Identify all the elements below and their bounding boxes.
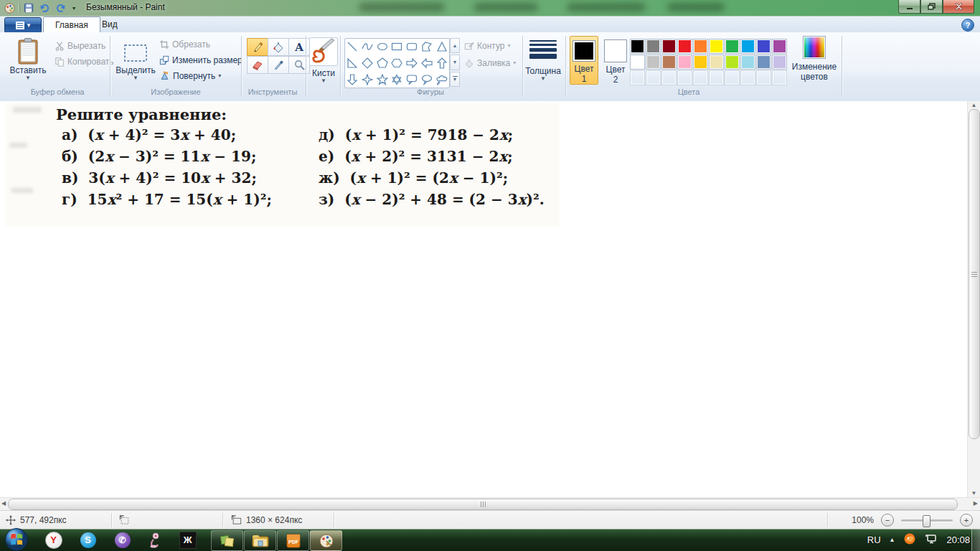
palette-empty-slot-4[interactable] xyxy=(693,70,708,85)
palette-empty-slot-7[interactable] xyxy=(740,70,755,85)
palette-color-2-7[interactable] xyxy=(740,55,755,70)
paint-menu-button[interactable]: ▾ xyxy=(4,17,42,33)
palette-color-1-1[interactable] xyxy=(646,39,661,54)
shape-rounded-rectangle[interactable] xyxy=(405,39,420,55)
palette-color-2-5[interactable] xyxy=(709,55,724,70)
palette-color-2-4[interactable] xyxy=(693,55,708,70)
shape-fill-button[interactable]: Заливка ▾ xyxy=(464,58,516,68)
shape-line[interactable] xyxy=(345,39,360,55)
color2-button[interactable]: Цвет 2 xyxy=(601,36,630,85)
help-icon[interactable]: ? xyxy=(961,19,974,32)
palette-color-1-3[interactable] xyxy=(677,39,692,54)
shape-diamond[interactable] xyxy=(360,55,375,72)
scroll-up-arrow[interactable]: ▲ xyxy=(969,101,979,109)
palette-empty-slot-0[interactable] xyxy=(630,70,645,85)
size-button[interactable]: Толщина ▼ xyxy=(526,36,560,82)
palette-empty-slot-5[interactable] xyxy=(709,70,724,85)
brushes-button[interactable]: Кисти ▼ xyxy=(308,37,339,84)
close-button[interactable] xyxy=(943,0,974,14)
shape-outline-button[interactable]: Контур ▾ xyxy=(464,41,510,51)
copy-button[interactable]: Копировать xyxy=(55,57,114,67)
shape-cloud-callout[interactable] xyxy=(434,71,449,88)
palette-empty-slot-6[interactable] xyxy=(725,70,740,85)
shape-four-point-star[interactable] xyxy=(360,71,375,88)
zoom-in-button[interactable]: + xyxy=(960,514,973,527)
tool-pencil[interactable] xyxy=(247,38,268,56)
crop-button[interactable]: Обрезать xyxy=(159,39,210,50)
title-bar[interactable]: ▾ Безымянный - Paint xyxy=(0,0,980,16)
palette-color-2-2[interactable] xyxy=(661,55,677,70)
redo-button[interactable] xyxy=(54,1,67,14)
shape-five-point-star[interactable] xyxy=(374,71,390,88)
palette-color-2-9[interactable] xyxy=(772,55,787,70)
shapes-scroll-up[interactable]: ▲ xyxy=(450,38,460,53)
scroll-down-arrow[interactable]: ▼ xyxy=(969,489,979,497)
palette-empty-slot-1[interactable] xyxy=(646,70,661,85)
customize-toolbar-dropdown[interactable]: ▾ xyxy=(70,1,78,14)
palette-color-1-2[interactable] xyxy=(661,39,677,54)
scroll-right-arrow[interactable]: ▶ xyxy=(974,500,978,507)
shape-rectangle[interactable] xyxy=(390,39,405,55)
shape-down-arrow[interactable] xyxy=(345,71,360,88)
tool-text[interactable]: A xyxy=(288,38,310,56)
horizontal-scroll-thumb[interactable] xyxy=(8,499,958,510)
resize-button[interactable]: Изменить размер xyxy=(159,55,242,65)
tab-view[interactable]: Вид xyxy=(90,17,129,32)
palette-color-2-3[interactable] xyxy=(677,55,692,70)
shape-left-arrow[interactable] xyxy=(420,55,435,72)
tool-eraser[interactable] xyxy=(247,56,268,74)
shapes-more-button[interactable]: ▼ xyxy=(450,72,460,87)
color1-button[interactable]: Цвет 1 xyxy=(570,36,598,85)
palette-color-1-0[interactable] xyxy=(630,39,645,54)
pdf-reader-taskbar-button[interactable]: PDF xyxy=(277,530,309,551)
shape-up-arrow[interactable] xyxy=(434,55,449,72)
vertical-scrollbar[interactable]: ▲ ▼ xyxy=(967,101,980,497)
shapes-scroll-down[interactable]: ▼ xyxy=(450,55,460,70)
shape-oval-callout[interactable] xyxy=(420,71,435,88)
tool-magnifier[interactable] xyxy=(288,56,310,74)
skype-icon[interactable]: S xyxy=(79,531,97,549)
undo-button[interactable] xyxy=(38,1,51,14)
shape-right-arrow[interactable] xyxy=(405,55,420,72)
drawing-canvas[interactable]: Решите уравнение: а) (x + 4)² = 3x + 40;… xyxy=(0,101,980,497)
scroll-left-arrow[interactable]: ◀ xyxy=(1,500,6,507)
palette-color-1-5[interactable] xyxy=(709,39,724,54)
file-explorer-taskbar-button[interactable] xyxy=(244,530,276,551)
restore-button[interactable] xyxy=(920,0,943,14)
palette-color-2-8[interactable] xyxy=(756,55,771,70)
viber-icon[interactable]: ✆ xyxy=(113,531,131,549)
shape-pentagon[interactable] xyxy=(374,55,390,72)
zoom-out-button[interactable]: − xyxy=(881,514,894,527)
sticky-notes-taskbar-button[interactable] xyxy=(211,530,243,551)
shape-polygon[interactable] xyxy=(420,39,435,55)
shape-curve[interactable] xyxy=(360,39,375,55)
tool-fill[interactable] xyxy=(268,38,289,56)
black-zh-app-icon[interactable]: Ж xyxy=(179,531,197,549)
palette-color-1-4[interactable] xyxy=(693,39,708,54)
zoom-slider[interactable] xyxy=(901,519,953,522)
network-icon[interactable] xyxy=(925,533,938,547)
avast-icon[interactable] xyxy=(903,532,916,548)
palette-color-2-0[interactable] xyxy=(630,55,645,70)
paste-button[interactable]: Вставить ▼ xyxy=(7,38,49,81)
palette-empty-slot-2[interactable] xyxy=(661,70,677,85)
cut-button[interactable]: Вырезать xyxy=(55,41,105,51)
show-desktop-button[interactable] xyxy=(971,529,980,551)
select-button[interactable]: Выделить ▼ xyxy=(115,38,156,81)
zoom-slider-thumb[interactable] xyxy=(923,515,930,527)
palette-color-1-6[interactable] xyxy=(725,39,740,54)
language-indicator[interactable]: RU xyxy=(867,534,881,545)
yandex-browser-icon[interactable]: Y xyxy=(44,531,62,549)
horizontal-scrollbar[interactable]: ◀ ▶ xyxy=(0,497,980,511)
minimize-button[interactable] xyxy=(898,0,920,14)
palette-color-1-8[interactable] xyxy=(756,39,771,54)
shape-hexagon[interactable] xyxy=(390,55,405,72)
paint-app-icon[interactable] xyxy=(3,1,16,14)
vertical-scroll-thumb[interactable] xyxy=(969,109,980,439)
start-button[interactable] xyxy=(4,527,29,551)
save-button[interactable] xyxy=(22,1,35,14)
shape-triangle[interactable] xyxy=(434,39,449,55)
edit-colors-button[interactable]: Изменение цветов xyxy=(791,36,837,82)
palette-empty-slot-9[interactable] xyxy=(772,70,787,85)
clock[interactable]: 20:08 xyxy=(946,534,970,545)
